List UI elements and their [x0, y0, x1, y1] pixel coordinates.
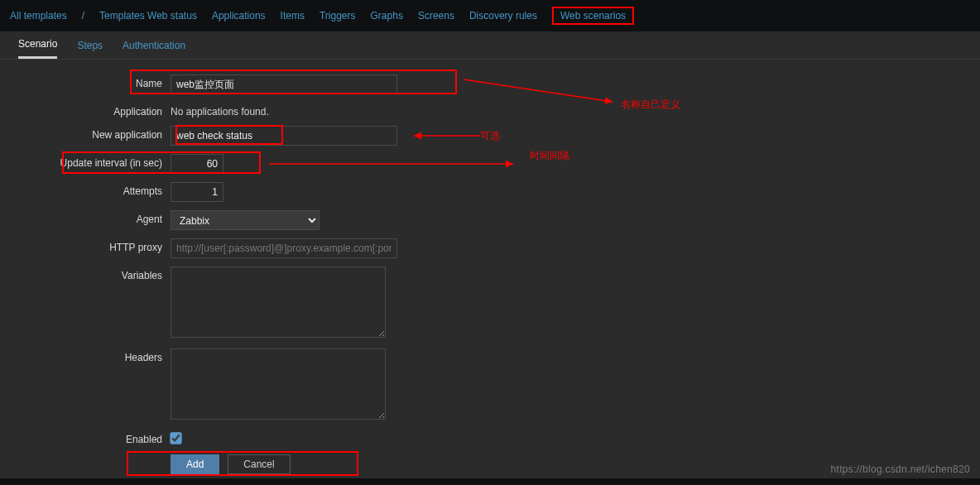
annotation-interval: 时间间隔: [530, 149, 569, 163]
input-attempts[interactable]: [171, 182, 223, 202]
separator: /: [82, 10, 84, 22]
form-panel: Scenario Steps Authentication Name Appli…: [0, 31, 980, 478]
highlight-name: [130, 70, 457, 94]
label-attempts: Attempts: [0, 182, 171, 197]
input-new-application[interactable]: [171, 126, 397, 146]
watermark: https://blog.csdn.net/ichen820: [831, 463, 970, 475]
spacer: [0, 454, 171, 458]
tab-scenario[interactable]: Scenario: [18, 38, 57, 59]
label-variables: Variables: [0, 267, 171, 281]
nav-web-scenarios-highlight: Web scenarios: [552, 7, 634, 25]
label-application: Application: [0, 103, 171, 118]
cancel-button[interactable]: Cancel: [228, 454, 290, 474]
tabs: Scenario Steps Authentication: [0, 31, 980, 60]
input-http-proxy[interactable]: [171, 238, 397, 258]
label-headers: Headers: [0, 348, 171, 363]
nav-graphs[interactable]: Graphs: [371, 10, 403, 22]
label-enabled: Enabled: [0, 430, 171, 445]
nav-screens[interactable]: Screens: [418, 10, 454, 22]
nav-all-templates[interactable]: All templates: [10, 10, 67, 22]
label-agent: Agent: [0, 210, 171, 225]
checkbox-enabled[interactable]: [170, 432, 181, 444]
application-none-text: No applications found.: [171, 103, 269, 118]
annotation-optional: 可选: [480, 129, 500, 143]
tab-authentication[interactable]: Authentication: [122, 40, 185, 58]
label-update-interval: Update interval (in sec): [0, 154, 171, 169]
label-http-proxy: HTTP proxy: [0, 238, 171, 253]
select-agent[interactable]: Zabbix: [171, 210, 319, 230]
add-button[interactable]: Add: [171, 454, 219, 474]
tab-steps[interactable]: Steps: [77, 40, 103, 58]
label-new-application: New application: [0, 126, 171, 141]
textarea-headers[interactable]: [171, 348, 386, 420]
annotation-name: 名称自己定义: [621, 98, 680, 112]
nav-items[interactable]: Items: [281, 10, 305, 22]
input-update-interval[interactable]: [171, 154, 223, 174]
nav-template-name[interactable]: Templates Web status: [99, 10, 197, 22]
nav-applications[interactable]: Applications: [212, 10, 266, 22]
nav-discovery[interactable]: Discovery rules: [469, 10, 537, 22]
breadcrumb-nav: All templates / Templates Web status App…: [0, 0, 980, 31]
textarea-variables[interactable]: [171, 267, 386, 338]
nav-web-scenarios[interactable]: Web scenarios: [560, 10, 626, 22]
nav-triggers[interactable]: Triggers: [319, 10, 356, 22]
